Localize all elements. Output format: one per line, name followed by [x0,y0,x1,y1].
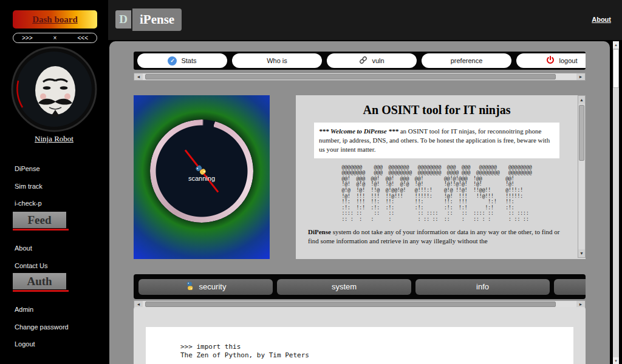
logout-button-label: logout [559,57,578,64]
main-panel: ✓ Stats Who is vuln preference [109,41,610,364]
sidebar-item-sim-track[interactable]: Sim track [15,183,43,190]
ascii-banner: @@@@@@@ @@@ @@@@@@@ @@@@@@@@ @@@ @@@ @@@… [341,164,531,223]
tab-clipped[interactable] [554,279,586,295]
scroll-down-icon[interactable]: ▼ [578,249,585,257]
scanner-panel: scanning [134,95,270,259]
page-vscrollbar-thumb[interactable] [613,49,619,88]
scroll-up-icon[interactable]: ▲ [613,41,619,48]
preference-button-label: preference [451,57,483,64]
disclaimer-body: system do not take any of your informati… [308,228,559,244]
vuln-button-label: vuln [372,57,384,64]
whois-button[interactable]: Who is [232,53,322,68]
tabs-bar: security system info [134,274,586,299]
profile-name: Ninja Robot [0,134,108,144]
tab-security[interactable]: security [138,279,273,295]
feed-underline [13,229,69,231]
scanner-dial [150,120,253,223]
logo-initial: D [115,10,131,29]
scroll-up-icon[interactable]: ▲ [578,96,585,104]
tab-info[interactable]: info [415,279,550,295]
toolbar-hscrollbar-track[interactable] [143,73,576,80]
vuln-button[interactable]: vuln [327,53,417,68]
auth-underline [13,290,69,292]
python-key-icon [185,281,194,292]
welcome-box: *** Welcome to DiPense *** an OSINT tool… [314,123,559,158]
tab-security-label: security [199,282,227,291]
tab-system[interactable]: system [277,279,411,295]
dashboard-button[interactable]: Dash board [13,10,97,29]
feed-button[interactable]: Feed [13,212,66,228]
toolbar: ✓ Stats Who is vuln preference [134,52,586,70]
whois-button-label: Who is [267,57,287,64]
page-vscrollbar[interactable]: ▲ ▼ [613,41,619,364]
console-code: >>> import this The Zen of Python, by Ti… [146,327,573,360]
sidebar: Dash board >>> × <<< [0,0,108,364]
sidebar-item-about[interactable]: About [15,244,32,252]
osint-content: An OSINT tool for IT ninjas *** Welcome … [296,95,578,259]
scroll-left-icon[interactable]: ◄ [134,73,143,80]
sidebar-item-dipense[interactable]: DiPense [15,165,40,172]
auth-button[interactable]: Auth [13,273,66,289]
power-icon [545,55,555,66]
avatar-mask-image [10,46,98,133]
disclaimer-lead: DiPense [308,228,331,235]
osint-vscrollbar[interactable]: ▲ ▼ [578,95,586,258]
console-card: >>> import this The Zen of Python, by Ti… [146,327,573,364]
collapse-right-icon[interactable]: <<< [77,35,88,41]
scroll-down-icon[interactable]: ▼ [613,357,619,364]
osint-title: An OSINT tool for IT ninjas [296,103,578,117]
sidebar-item-change-password[interactable]: Change password [15,323,69,331]
sidebar-item-logout[interactable]: Logout [15,340,35,348]
sidebar-item-contact-us[interactable]: Contact Us [15,262,47,269]
sidebar-item-admin[interactable]: Admin [15,306,33,313]
tab-info-label: info [476,282,489,291]
logout-button[interactable]: logout [516,53,586,68]
stats-button[interactable]: ✓ Stats [137,53,227,68]
toolbar-hscrollbar[interactable]: ◄ ► [134,73,586,81]
preference-button[interactable]: preference [422,53,511,68]
collapse-left-icon[interactable]: >>> [22,35,33,41]
stats-button-label: Stats [181,57,196,64]
verified-badge-icon: ✓ [168,56,177,66]
logo-text: iPense [132,8,182,31]
link-icon [359,56,367,66]
header-about-link[interactable]: About [592,16,611,23]
scanner-status: scanning [134,175,270,182]
osint-vscrollbar-track[interactable] [578,104,585,249]
tabs-hscrollbar-thumb[interactable] [145,302,556,307]
osint-panel: An OSINT tool for IT ninjas *** Welcome … [296,95,586,259]
sidebar-collapse-bar[interactable]: >>> × <<< [13,33,97,43]
welcome-lead: *** Welcome to DiPense *** [319,127,398,135]
page-vscrollbar-track[interactable] [613,48,619,357]
header: D iPense About [108,0,622,40]
tab-system-label: system [332,282,357,291]
app-root: Dash board >>> × <<< [0,0,622,364]
scroll-right-icon[interactable]: ► [576,73,585,80]
app-logo: D iPense [115,8,182,31]
avatar [10,46,98,133]
disclaimer-text: DiPense system do not take any of your i… [308,228,566,246]
toolbar-hscrollbar-thumb[interactable] [145,74,556,79]
osint-vscrollbar-thumb[interactable] [579,105,584,161]
console-panel: >>> import this The Zen of Python, by Ti… [134,307,586,364]
close-icon[interactable]: × [53,35,57,41]
sidebar-item-i-check-p[interactable]: i-check-p [15,200,42,207]
